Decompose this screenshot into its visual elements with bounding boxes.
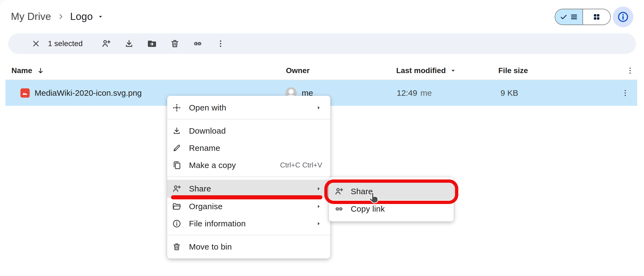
clear-selection-button[interactable]	[30, 38, 42, 50]
menu-item-label: Share	[189, 184, 315, 193]
context-menu: Open with Download Rename Make a copy Ct…	[167, 96, 330, 259]
details-button[interactable]	[613, 7, 633, 27]
column-label-last-modified: Last modified	[396, 66, 446, 75]
shortcut-label: Ctrl+C Ctrl+V	[280, 161, 322, 169]
open-with-icon	[172, 103, 181, 112]
submenu-chevron-icon	[315, 220, 322, 227]
more-vert-icon	[216, 39, 225, 48]
trash-icon	[170, 39, 180, 49]
submenu-item-label: Copy link	[351, 204, 447, 214]
info-icon	[617, 11, 629, 23]
layout-toggle	[555, 9, 611, 25]
column-label-owner: Owner	[286, 66, 310, 75]
move-to-folder-icon	[147, 39, 157, 49]
menu-item-organise[interactable]: Organise	[167, 198, 330, 215]
menu-item-label: Organise	[189, 202, 315, 211]
menu-item-download[interactable]: Download	[167, 122, 330, 139]
link-icon	[193, 39, 203, 49]
menu-item-label: File information	[189, 219, 315, 228]
column-header-file-size[interactable]: File size	[498, 61, 528, 80]
download-icon	[172, 126, 181, 136]
more-vert-icon	[626, 66, 634, 75]
caret-down-icon	[450, 68, 456, 74]
menu-divider	[167, 235, 330, 235]
menu-item-label: Make a copy	[189, 161, 280, 170]
menu-item-make-a-copy[interactable]: Make a copy Ctrl+C Ctrl+V	[167, 157, 330, 174]
download-icon	[124, 39, 134, 49]
header-more-button[interactable]	[626, 61, 634, 80]
menu-item-label: Rename	[189, 143, 322, 153]
copy-link-toolbar-button[interactable]	[192, 38, 204, 50]
close-icon	[31, 39, 41, 48]
menu-item-rename[interactable]: Rename	[167, 139, 330, 157]
person-add-icon	[101, 39, 111, 49]
modified-by: me	[420, 88, 432, 98]
menu-item-move-to-bin[interactable]: Move to bin	[167, 238, 330, 255]
file-name: MediaWiki-2020-icon.svg.png	[35, 88, 142, 98]
menu-item-label: Download	[189, 126, 322, 136]
selected-count-label: 1 selected	[48, 39, 83, 48]
content-corner-decoration	[0, 0, 7, 7]
link-icon	[334, 204, 344, 214]
row-more-button[interactable]	[621, 80, 630, 106]
more-vert-icon	[621, 89, 630, 97]
grid-view-button[interactable]	[583, 9, 610, 25]
column-header-last-modified[interactable]: Last modified	[396, 61, 456, 80]
check-icon	[560, 13, 567, 21]
list-view-icon	[570, 13, 578, 21]
rename-icon	[172, 143, 181, 153]
breadcrumb-current-label: Logo	[70, 11, 93, 22]
column-header-name[interactable]: Name	[11, 61, 45, 80]
submenu-chevron-icon	[315, 104, 322, 111]
copy-icon	[172, 161, 181, 170]
submenu-chevron-icon	[315, 185, 322, 192]
hand-pointer-cursor	[368, 191, 380, 205]
column-header-owner[interactable]: Owner	[286, 61, 310, 80]
annotation-highlight-box	[324, 179, 458, 204]
column-label-file-size: File size	[498, 66, 528, 75]
chevron-right-icon	[57, 13, 65, 21]
info-icon	[172, 219, 181, 228]
selection-toolbar: 1 selected	[8, 33, 636, 54]
file-name-cell: MediaWiki-2020-icon.svg.png	[20, 80, 142, 106]
menu-item-label: Move to bin	[189, 242, 322, 251]
trash-toolbar-button[interactable]	[169, 38, 181, 50]
breadcrumb-current-folder[interactable]: Logo	[70, 11, 104, 22]
menu-divider	[167, 119, 330, 119]
download-toolbar-button[interactable]	[123, 38, 135, 50]
toolbar-actions	[100, 38, 227, 50]
last-modified-cell: 12:49 me	[397, 80, 432, 106]
menu-item-open-with[interactable]: Open with	[167, 99, 330, 116]
folder-open-icon	[172, 202, 181, 211]
grid-view-icon	[593, 13, 601, 21]
list-view-button[interactable]	[555, 9, 583, 25]
submenu-chevron-icon	[315, 203, 322, 210]
sort-descending-icon	[36, 67, 45, 75]
modified-time: 12:49	[397, 88, 417, 98]
file-size-value: 9 KB	[500, 88, 518, 98]
trash-icon	[172, 242, 181, 251]
column-label-name: Name	[11, 66, 32, 75]
caret-down-icon	[97, 13, 104, 20]
file-list-header: Name Owner Last modified File size	[5, 61, 639, 80]
breadcrumb: My Drive Logo	[11, 7, 104, 26]
menu-divider	[167, 176, 330, 177]
breadcrumb-my-drive[interactable]: My Drive	[11, 11, 51, 22]
more-actions-toolbar-button[interactable]	[215, 38, 227, 50]
annotation-underline	[171, 195, 322, 199]
move-toolbar-button[interactable]	[146, 38, 158, 50]
person-add-icon	[172, 184, 181, 193]
menu-item-file-information[interactable]: File information	[167, 215, 330, 232]
menu-item-label: Open with	[189, 103, 315, 112]
file-size-cell: 9 KB	[500, 80, 518, 106]
image-file-icon	[20, 88, 30, 98]
share-toolbar-button[interactable]	[100, 38, 112, 50]
